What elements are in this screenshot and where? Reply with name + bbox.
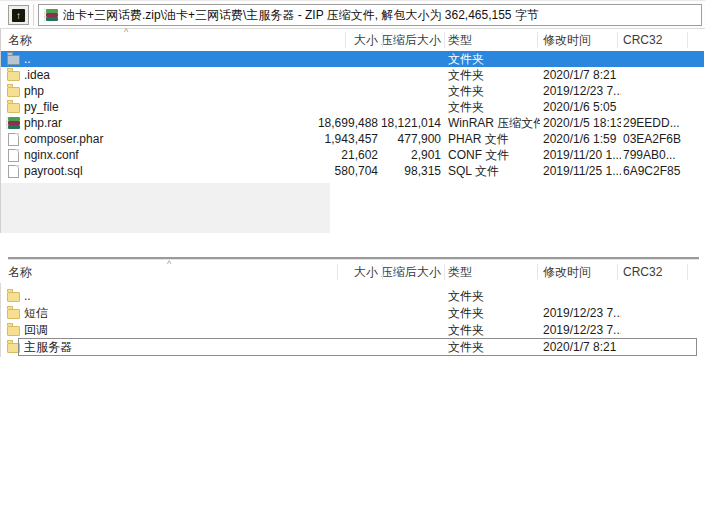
name-cell: py_file [24,99,324,115]
file-row-py-file[interactable]: py_file 文件夹 2020/1/6 5:05 [0,99,704,115]
sort-indicator-icon: ^ [124,27,128,37]
type-cell: WinRAR 压缩文件 [448,115,540,131]
file-row-php-rar[interactable]: php.rar 18,699,488 18,121,014 WinRAR 压缩文… [0,115,704,131]
name-cell: payroot.sql [24,163,324,179]
name-cell: .idea [24,67,324,83]
file-row-composer-phar[interactable]: composer.phar 1,943,457 477,900 PHAR 文件 … [0,131,704,147]
file-icon [5,132,21,146]
archive-list-header: 名称 ^ 大小 压缩后大小 类型 修改时间 CRC32 [0,29,704,51]
column-header-modified[interactable]: 修改时间 [543,29,621,51]
column-header-type[interactable]: 类型 [448,29,540,51]
packed-size-cell: 98,315 [356,163,441,179]
modified-cell: 2020/1/6 5:05 [543,99,621,115]
name-cell: 回调 [24,322,324,339]
folder-icon [5,323,21,337]
folder-icon [5,289,21,303]
type-cell: 文件夹 [448,51,540,67]
up-arrow-icon: ↑ [12,9,25,22]
type-cell: SQL 文件 [448,163,540,179]
file-row-sms[interactable]: 短信 文件夹 2019/12/23 7... [0,305,704,322]
file-row-parent-dir[interactable]: .. 文件夹 [0,51,704,67]
type-cell: 文件夹 [448,83,540,99]
archive-path-text: 油卡+三网话费.zip\油卡+三网话费\主服务器 - ZIP 压缩文件, 解包大… [63,7,539,24]
type-cell: 文件夹 [448,288,540,305]
folder-icon [5,340,21,354]
file-row-callback[interactable]: 回调 文件夹 2019/12/23 7... [0,322,704,339]
crc-cell: 6A9C2F85 [623,163,699,179]
folder-icon [5,68,21,82]
folder-icon [5,100,21,114]
archive-path-bar[interactable]: 油卡+三网话费.zip\油卡+三网话费\主服务器 - ZIP 压缩文件, 解包大… [38,4,702,26]
crc-cell: 29EEDD... [623,115,699,131]
file-row-parent-dir[interactable]: .. 文件夹 [0,288,704,305]
modified-cell: 2020/1/6 1:59 [543,131,621,147]
folder-list-header: 名称 ^ 大小 压缩后大小 类型 修改时间 CRC32 [0,261,704,283]
modified-cell: 2020/1/7 8:21 [543,67,621,83]
file-icon [5,148,21,162]
column-header-type[interactable]: 类型 [448,261,540,283]
crc-cell: 03EA2F6B [623,131,699,147]
type-cell: 文件夹 [448,305,540,322]
sort-indicator-icon: ^ [167,259,171,269]
winrar-archive-icon [5,116,21,130]
panel-top-border [8,257,699,260]
file-row-main-server[interactable]: 主服务器 文件夹 2020/1/7 8:21 [0,339,704,356]
name-cell: .. [24,51,324,67]
name-cell: php.rar [24,115,324,131]
winrar-window: ↑ 油卡+三网话费.zip\油卡+三网话费\主服务器 - ZIP 压缩文件, 解… [0,0,705,528]
packed-size-cell: 477,900 [356,131,441,147]
modified-cell: 2019/11/25 1... [543,163,621,179]
name-cell: php [24,83,324,99]
modified-cell: 2019/12/23 7... [543,305,621,322]
modified-cell: 2019/11/20 1... [543,147,621,163]
type-cell: 文件夹 [448,67,540,83]
modified-cell: 2019/12/23 7... [543,322,621,339]
column-header-packed-size[interactable]: 压缩后大小 [356,29,441,51]
type-cell: PHAR 文件 [448,131,540,147]
modified-cell: 2019/12/23 7... [543,83,621,99]
up-one-level-button[interactable]: ↑ [8,5,29,25]
archive-toolbar: ↑ 油卡+三网话费.zip\油卡+三网话费\主服务器 - ZIP 压缩文件, 解… [0,0,705,29]
file-row-php[interactable]: php 文件夹 2019/12/23 7... [0,83,704,99]
column-header-modified[interactable]: 修改时间 [543,261,621,283]
packed-size-cell: 2,901 [356,147,441,163]
folder-icon [5,84,21,98]
column-header-packed-size[interactable]: 压缩后大小 [356,261,441,283]
file-row-payroot-sql[interactable]: payroot.sql 580,704 98,315 SQL 文件 2019/1… [0,163,704,179]
file-row-idea[interactable]: .idea 文件夹 2020/1/7 8:21 [0,67,704,83]
winrar-archive-icon [44,9,58,21]
type-cell: 文件夹 [448,99,540,115]
crc-cell: 799AB0... [623,147,699,163]
type-cell: CONF 文件 [448,147,540,163]
modified-cell: 2020/1/7 8:21 [543,339,621,356]
name-cell: 主服务器 [24,339,324,356]
empty-list-area [1,183,330,233]
modified-cell: 2020/1/5 18:13 [543,115,621,131]
name-cell: nginx.conf [24,147,324,163]
name-cell: 短信 [24,305,324,322]
file-row-nginx-conf[interactable]: nginx.conf 21,602 2,901 CONF 文件 2019/11/… [0,147,704,163]
folder-icon [5,306,21,320]
name-cell: composer.phar [24,131,324,147]
file-icon [5,164,21,178]
type-cell: 文件夹 [448,339,540,356]
column-header-name[interactable]: 名称 [8,29,32,51]
folder-up-icon [5,52,21,66]
column-header-name[interactable]: 名称 [8,261,32,283]
type-cell: 文件夹 [448,322,540,339]
packed-size-cell: 18,121,014 [356,115,441,131]
name-cell: .. [24,288,324,305]
toolbar-separator [33,4,34,26]
